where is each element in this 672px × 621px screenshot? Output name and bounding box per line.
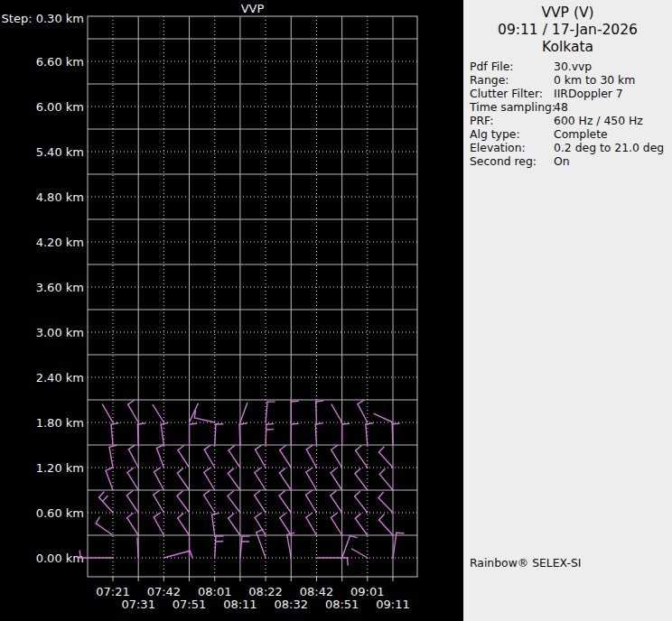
wind-barb-stroke — [316, 401, 323, 402]
wind-barb-stroke — [393, 533, 397, 558]
wind-barb-stroke — [306, 445, 313, 449]
field-value: Complete — [554, 127, 608, 141]
wind-barb-stroke — [287, 533, 294, 534]
wind-barb-stroke — [306, 450, 316, 468]
wind-barb-stroke — [287, 534, 292, 558]
wind-barb-stroke — [331, 446, 337, 450]
wind-barb-stroke — [215, 424, 216, 445]
wind-barb — [111, 423, 118, 445]
wind-barb — [204, 468, 215, 490]
field-label: Time sampling: — [470, 100, 554, 114]
wind-barb-stroke — [215, 536, 216, 558]
x-axis-label: 07:21 — [96, 585, 129, 598]
wind-barb — [266, 402, 275, 422]
wind-barb-stroke — [154, 513, 160, 516]
wind-barb — [393, 533, 404, 558]
wind-barb — [154, 513, 163, 535]
wind-barb-stroke — [256, 450, 266, 468]
x-axis-label: 08:01 — [198, 585, 231, 598]
y-axis-label: 6.00 km — [36, 100, 84, 114]
wind-barb-stroke — [153, 404, 163, 422]
wind-barb-stroke — [378, 497, 393, 513]
wind-barb — [240, 403, 247, 422]
field-label: Clutter Filter: — [470, 87, 554, 100]
field-label: PRF: — [470, 114, 554, 127]
wind-barb — [154, 490, 164, 513]
wind-barb-stroke — [190, 423, 197, 424]
chart-title: VVP — [241, 2, 265, 15]
wind-barb — [190, 423, 197, 445]
wind-barb-stroke — [194, 418, 214, 422]
wind-barb-stroke — [331, 404, 342, 422]
wind-barb — [306, 513, 317, 535]
wind-barb-stroke — [178, 518, 190, 535]
wind-barb — [212, 513, 219, 535]
wind-barb — [204, 491, 215, 513]
field-value: 600 Hz / 450 Hz — [554, 114, 643, 127]
wind-barb-stroke — [379, 520, 393, 535]
wind-barb — [366, 423, 373, 445]
wind-barb-stroke — [212, 513, 219, 514]
wind-barb-stroke — [257, 529, 263, 532]
wind-barb-stroke — [355, 496, 368, 513]
x-axis-label: 08:51 — [325, 598, 359, 611]
wind-barb-stroke — [178, 450, 190, 468]
wind-barb — [106, 468, 113, 490]
field-value: 0 km to 30 km — [554, 73, 635, 87]
wind-barb — [228, 468, 240, 490]
wind-barb-stroke — [315, 423, 322, 424]
wind-barb-stroke — [351, 549, 367, 558]
y-axis-label: 0.60 km — [36, 506, 84, 520]
x-axis-label: 08:22 — [248, 585, 282, 598]
wind-barb-stroke — [178, 514, 183, 518]
wind-barb — [379, 447, 393, 468]
wind-barb-stroke — [96, 524, 113, 535]
wind-barb-stroke — [190, 403, 199, 422]
wind-barb — [287, 533, 294, 558]
wind-barb-stroke — [127, 518, 139, 535]
wind-barb — [109, 445, 117, 468]
parameter-row: Elevation:0.2 deg to 21.0 deg — [470, 141, 670, 154]
y-axis-label: 0.00 km — [36, 551, 84, 565]
x-axis-label: 08:42 — [300, 585, 333, 598]
wind-barb-stroke — [103, 496, 107, 502]
wind-barb-stroke — [154, 517, 163, 535]
wind-barb-stroke — [161, 422, 168, 424]
wind-barb — [331, 514, 341, 535]
field-label: Pdf File: — [470, 60, 554, 73]
wind-barb-stroke — [109, 447, 113, 468]
wind-barb-stroke — [355, 491, 360, 496]
parameter-row: Time sampling:48 — [470, 100, 670, 114]
wind-barb-stroke — [99, 497, 113, 513]
wind-barb-stroke — [228, 491, 233, 496]
wind-barb — [316, 401, 323, 422]
wind-barb-stroke — [229, 518, 240, 535]
field-label: Elevation: — [470, 141, 554, 154]
wind-barb — [178, 446, 190, 468]
x-axis-label: 08:32 — [275, 598, 308, 611]
wind-barb — [374, 413, 393, 422]
wind-barb — [315, 423, 322, 445]
wind-barb-stroke — [355, 474, 368, 490]
parameter-row: Range:0 km to 30 km — [470, 73, 670, 87]
wind-barb — [279, 468, 291, 490]
panel-header: VVP (V) 09:11 / 17-Jan-2026 Kolkata — [463, 0, 672, 57]
wind-barb-stroke — [331, 517, 341, 535]
y-axis-label: 2.40 km — [36, 371, 84, 385]
wind-barb-stroke — [356, 450, 368, 468]
wind-barb — [342, 536, 358, 558]
y-axis-label: 5.40 km — [36, 145, 84, 159]
wind-barb-stroke — [177, 473, 189, 490]
wind-barb-stroke — [256, 445, 262, 450]
wind-barb-stroke — [306, 468, 313, 472]
y-axis-label: 4.80 km — [36, 190, 84, 204]
wind-barb-stroke — [229, 514, 234, 518]
wind-barb-stroke — [266, 402, 267, 422]
wind-barb — [228, 491, 240, 513]
wind-barb — [355, 491, 368, 513]
info-panel: VVP (V) 09:11 / 17-Jan-2026 Kolkata Pdf … — [463, 0, 672, 621]
wind-barb-stroke — [358, 404, 368, 422]
wind-barb-stroke — [379, 447, 384, 452]
wind-barb-stroke — [306, 495, 317, 513]
parameter-row: Alg type:Complete — [470, 127, 670, 141]
